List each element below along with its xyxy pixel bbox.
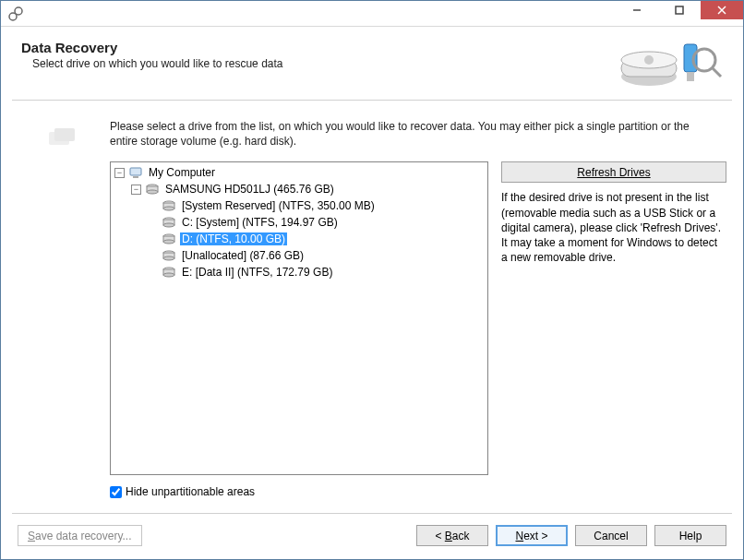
twisty-blank — [148, 268, 158, 278]
tree-label: [System Reserved] (NTFS, 350.00 MB) — [180, 199, 377, 212]
checkbox-input[interactable] — [110, 486, 122, 498]
close-button[interactable] — [701, 1, 743, 19]
next-button[interactable]: Next > — [496, 525, 568, 546]
partition-icon — [162, 215, 176, 230]
tree-node-partition[interactable]: E: [Data II] (NTFS, 172.79 GB) — [148, 264, 487, 280]
svg-rect-15 — [54, 128, 75, 141]
side-note: If the desired drive is not present in t… — [501, 190, 726, 265]
svg-point-35 — [163, 273, 174, 277]
tree-node-partition[interactable]: [Unallocated] (87.66 GB) — [148, 247, 487, 264]
maximize-button[interactable] — [658, 1, 701, 19]
titlebar — [1, 1, 743, 27]
tree-label: SAMSUNG HD501LJ (465.76 GB) — [163, 183, 336, 196]
tree-node-partition[interactable]: C: [System] (NTFS, 194.97 GB) — [148, 214, 487, 231]
svg-point-9 — [644, 55, 654, 65]
partition-icon — [162, 265, 176, 280]
svg-point-29 — [163, 240, 174, 244]
cancel-button[interactable]: Cancel — [575, 525, 647, 546]
header-graphic — [612, 40, 723, 90]
back-button[interactable]: < Back — [416, 525, 488, 546]
section-icon — [18, 119, 110, 498]
tree-label: E: [Data II] (NTFS, 172.79 GB) — [180, 266, 334, 279]
partition-icon — [162, 248, 176, 263]
svg-point-32 — [163, 256, 174, 260]
svg-point-23 — [163, 207, 174, 210]
help-button[interactable]: Help — [654, 525, 726, 546]
svg-point-26 — [163, 223, 174, 227]
partition-icon — [162, 198, 176, 213]
svg-rect-16 — [130, 168, 141, 175]
drive-tree[interactable]: − My Computer − — [110, 161, 488, 475]
app-icon — [6, 5, 25, 23]
collapse-icon[interactable]: − — [114, 168, 125, 178]
tree-node-root[interactable]: − My Computer — [114, 164, 487, 181]
page-subtitle: Select drive on which you would like to … — [21, 57, 612, 70]
tree-node-disk[interactable]: − SAMSUNG HD501LJ (465.76 GB) — [131, 181, 487, 197]
twisty-blank — [148, 251, 158, 261]
footer: Save data recovery... < Back Next > Canc… — [1, 514, 743, 559]
twisty-blank — [148, 201, 158, 211]
svg-point-1 — [15, 7, 22, 15]
svg-point-20 — [147, 190, 158, 194]
svg-rect-11 — [687, 72, 694, 81]
save-recovery-button[interactable]: Save data recovery... — [18, 525, 142, 546]
checkbox-label: Hide unpartitionable areas — [126, 485, 255, 498]
twisty-blank — [148, 234, 158, 244]
svg-rect-3 — [676, 6, 683, 14]
svg-rect-17 — [133, 176, 138, 178]
tree-node-partition[interactable]: D: (NTFS, 10.00 GB) — [148, 231, 487, 247]
computer-icon — [128, 165, 143, 180]
svg-line-13 — [712, 67, 721, 77]
wizard-header: Data Recovery Select drive on which you … — [1, 27, 743, 100]
tree-label: C: [System] (NTFS, 194.97 GB) — [180, 216, 340, 229]
disk-icon — [145, 182, 160, 197]
twisty-blank — [148, 218, 158, 228]
tree-node-partition[interactable]: [System Reserved] (NTFS, 350.00 MB) — [148, 197, 487, 214]
partition-icon — [162, 232, 176, 246]
tree-label: D: (NTFS, 10.00 GB) — [180, 232, 287, 245]
refresh-drives-button[interactable]: Refresh Drives — [501, 161, 726, 183]
dialog-window: Data Recovery Select drive on which you … — [0, 0, 744, 560]
content-area: Please select a drive from the list, on … — [1, 101, 743, 498]
tree-label: My Computer — [147, 166, 217, 179]
tree-label: [Unallocated] (87.66 GB) — [180, 249, 306, 262]
collapse-icon[interactable]: − — [131, 185, 141, 195]
minimize-button[interactable] — [616, 1, 658, 19]
instruction-text: Please select a drive from the list, on … — [110, 119, 726, 149]
hide-unpartitionable-checkbox[interactable]: Hide unpartitionable areas — [110, 485, 726, 498]
page-title: Data Recovery — [21, 40, 612, 55]
